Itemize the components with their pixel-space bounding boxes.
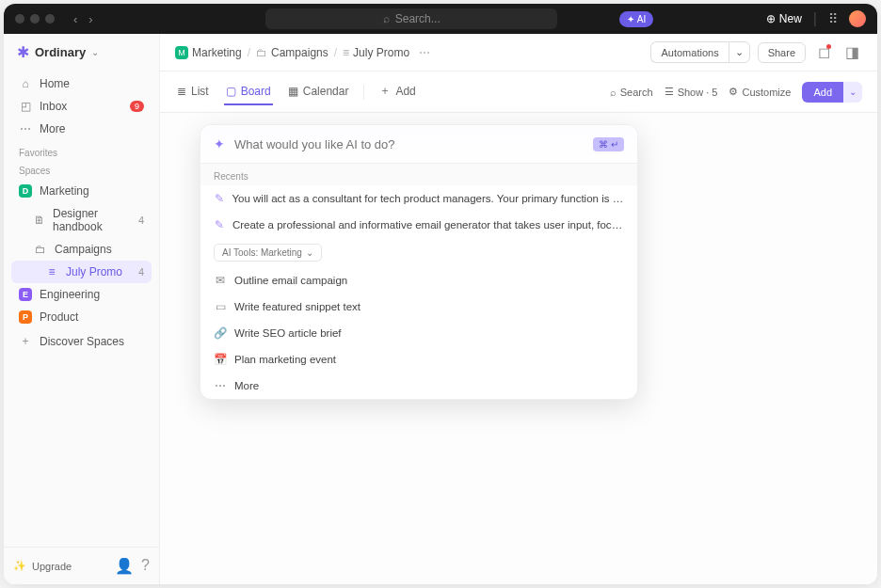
traffic-lights (15, 14, 55, 24)
chevron-down-icon: ⌄ (306, 247, 313, 258)
pencil-icon: ✎ (214, 218, 225, 231)
crumb-folder[interactable]: Campaigns (271, 46, 328, 59)
discover-spaces[interactable]: ＋ Discover Spaces (11, 328, 152, 354)
view-add[interactable]: ＋Add (377, 77, 417, 106)
app-window: ‹ › ⌕ Search... ✦ AI ⊕ New | ⠿ ✱ Ordinar… (4, 4, 877, 584)
invite-icon[interactable]: 👤 (115, 557, 134, 575)
view-board[interactable]: ▢Board (224, 79, 273, 105)
ai-prompt-input[interactable] (234, 137, 584, 151)
gear-icon: ⚙ (729, 86, 738, 98)
logo-icon: ✱ (17, 43, 29, 61)
add-task-dropdown[interactable]: ⌄ (843, 82, 862, 103)
breadcrumb-row: M Marketing / 🗀 Campaigns / ≡ July Promo… (160, 34, 877, 72)
global-search[interactable]: ⌕ Search... (265, 8, 557, 29)
customize-button[interactable]: ⚙Customize (729, 86, 791, 98)
chevron-down-icon: ⌄ (91, 47, 99, 57)
folder-icon: 🗀 (256, 46, 267, 59)
workspace-switcher[interactable]: ✱ Ordinary ⌄ (4, 34, 159, 71)
favorites-label: Favorites (4, 142, 159, 160)
ai-input-row[interactable]: ✦ ⌘ ↵ (200, 125, 637, 163)
ai-tool-seo[interactable]: 🔗 Write SEO article brief (200, 320, 637, 346)
automations-button[interactable]: Automations (650, 41, 728, 63)
mail-icon: ✉ (214, 274, 227, 287)
nav-back-icon[interactable]: ‹ (70, 10, 81, 28)
sidebar-campaigns[interactable]: 🗀 Campaigns (11, 238, 152, 261)
recent-prompt[interactable]: ✎ You will act as a consultant for tech … (200, 185, 637, 212)
automations-dropdown[interactable]: ⌄ (729, 41, 750, 63)
recent-prompt[interactable]: ✎ Create a professional and informative … (200, 212, 637, 238)
upgrade-button[interactable]: ✨ Upgrade (13, 560, 72, 572)
notifications-icon[interactable]: ◻ (813, 42, 834, 63)
keyboard-shortcut: ⌘ ↵ (593, 137, 624, 151)
calendar-icon: 📅 (214, 353, 227, 366)
sidebar-footer: ✨ Upgrade 👤 ? (4, 547, 159, 584)
pencil-icon: ✎ (214, 192, 224, 205)
ai-tools-selector[interactable]: AI Tools: Marketing ⌄ (214, 244, 322, 262)
sidebar-designer-handbook[interactable]: 🗎 Designer handbook 4 (11, 202, 152, 238)
inbox-icon: ◰ (19, 100, 32, 113)
show-button[interactable]: ☰Show · 5 (665, 86, 718, 98)
ai-tool-outline-email[interactable]: ✉ Outline email campaign (200, 267, 637, 294)
space-avatar: P (19, 310, 32, 324)
panel-icon[interactable]: ◨ (841, 42, 862, 63)
space-avatar: D (19, 184, 32, 198)
nav-forward-icon[interactable]: › (85, 10, 96, 28)
crumb-list[interactable]: July Promo (353, 46, 409, 59)
crumb-space[interactable]: Marketing (192, 46, 242, 59)
board-icon: ▢ (226, 85, 236, 98)
recents-label: Recents (200, 163, 637, 185)
add-task-button[interactable]: Add (802, 82, 843, 103)
crumb-actions: Automations ⌄ Share ◻ ◨ (650, 41, 862, 63)
views-row: ≣List ▢Board ▦Calendar ＋Add ⌕Search ☰Sho… (160, 72, 877, 113)
automations-button-group: Automations ⌄ (650, 41, 749, 63)
share-button[interactable]: Share (758, 42, 806, 63)
sidebar: ✱ Ordinary ⌄ ⌂ Home ◰ Inbox 9 ⋯ More (4, 34, 160, 584)
more-icon: ⋯ (214, 379, 227, 392)
space-avatar: M (175, 46, 188, 59)
plus-circle-icon: ⊕ (766, 12, 776, 25)
maximize-icon[interactable] (45, 14, 55, 24)
sidebar-inbox[interactable]: ◰ Inbox 9 (11, 95, 152, 118)
search-button[interactable]: ⌕Search (610, 87, 653, 98)
ai-tool-snippet[interactable]: ▭ Write featured snippet text (200, 294, 637, 320)
list-icon: ≡ (45, 265, 58, 278)
sparkle-icon: ✦ (627, 14, 634, 24)
sparkle-icon: ✨ (13, 560, 26, 572)
space-engineering[interactable]: E Engineering (11, 283, 152, 306)
view-calendar[interactable]: ▦Calendar (286, 79, 351, 105)
calendar-icon: ▦ (288, 85, 298, 98)
spaces-label: Spaces (4, 160, 159, 178)
sidebar-july-promo[interactable]: ≡ July Promo 4 (11, 261, 152, 283)
apps-grid-icon[interactable]: ⠿ (828, 11, 838, 26)
help-icon[interactable]: ? (141, 557, 150, 575)
minimize-icon[interactable] (30, 14, 40, 24)
more-icon[interactable]: ⋯ (419, 46, 430, 59)
search-icon: ⌕ (383, 12, 390, 25)
titlebar-right: ⊕ New | ⠿ (766, 10, 866, 27)
breadcrumb: M Marketing / 🗀 Campaigns / ≡ July Promo… (175, 46, 430, 59)
nav-arrows: ‹ › (70, 10, 97, 28)
space-avatar: E (19, 288, 32, 301)
more-icon: ⋯ (19, 122, 32, 135)
user-avatar[interactable] (849, 10, 866, 27)
ai-button[interactable]: ✦ AI (619, 11, 653, 27)
sparkle-icon: ✦ (214, 136, 225, 151)
document-icon: 🗎 (34, 214, 45, 227)
sidebar-more[interactable]: ⋯ More (11, 118, 152, 140)
space-product[interactable]: P Product (11, 306, 152, 328)
view-list[interactable]: ≣List (175, 79, 211, 105)
home-icon: ⌂ (19, 77, 32, 90)
ai-more[interactable]: ⋯ More (200, 373, 637, 399)
sidebar-home[interactable]: ⌂ Home (11, 72, 152, 95)
new-button[interactable]: ⊕ New (766, 12, 802, 25)
link-icon: 🔗 (214, 326, 227, 340)
search-icon: ⌕ (610, 87, 617, 98)
ai-tool-event[interactable]: 📅 Plan marketing event (200, 346, 637, 373)
list-icon: ≣ (177, 85, 186, 98)
list-icon: ≡ (343, 46, 349, 59)
plus-icon: ＋ (379, 83, 391, 99)
inbox-badge: 9 (130, 101, 144, 112)
close-icon[interactable] (15, 14, 24, 24)
folder-icon: 🗀 (34, 243, 47, 256)
space-marketing[interactable]: D Marketing (11, 180, 152, 202)
